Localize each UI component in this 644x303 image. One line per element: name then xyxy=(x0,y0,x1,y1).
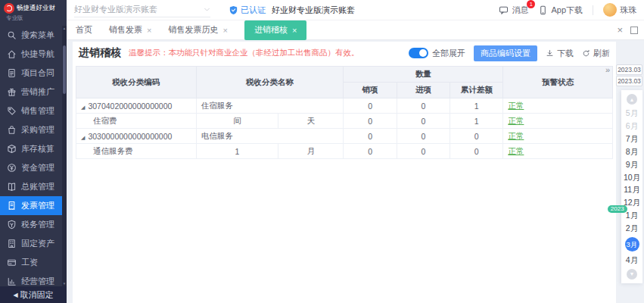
month-item[interactable]: 9月 xyxy=(626,161,638,169)
tab-sales-invoice[interactable]: 销售发票 × xyxy=(109,20,151,40)
month-label: 1月 xyxy=(626,211,638,220)
messages-button[interactable]: 消息 1 xyxy=(499,5,528,16)
app-download-button[interactable]: App下载 xyxy=(538,5,583,16)
close-icon[interactable]: × xyxy=(617,24,623,36)
sidebar-item-sales-mgmt[interactable]: 销售管理 xyxy=(0,102,62,120)
home-icon xyxy=(7,49,17,59)
warning-tip: 温馨提示：本功能只针对商业企业（非经过加工出售商品）有效。 xyxy=(129,48,359,58)
sidebar-item-funds-mgmt[interactable]: 资金管理 xyxy=(0,158,62,177)
col-header-status[interactable]: 预警状态 xyxy=(503,67,613,98)
sidebar: 畅捷通好业财 专业版 搜索菜单 快捷导航 项目合同 营销推广 销售管理 采购管理… xyxy=(0,0,67,303)
expand-all-label: 全部展开 xyxy=(432,48,465,59)
sidebar-item-business-mgmt[interactable]: 经营管理 xyxy=(0,272,62,286)
product-code-settings-button[interactable]: 商品编码设置 xyxy=(474,45,537,61)
sidebar-item-marketing[interactable]: 营销推广 xyxy=(0,83,62,102)
panel-collapse-icon[interactable]: » xyxy=(605,65,610,74)
message-bubble-icon xyxy=(499,5,509,15)
user-name: 珠珠 xyxy=(620,5,636,16)
sidebar-scrollbar[interactable]: ▲ ▼ xyxy=(62,26,67,286)
status-link[interactable]: 正常 xyxy=(508,116,524,125)
month-item[interactable]: 10月 xyxy=(624,173,640,182)
cum-diff-cell: 1 xyxy=(450,114,503,129)
cube-icon xyxy=(7,144,17,154)
month-picker-panel: ▲ 5月 6月 7月 8月 9月 10月 11月 12月 2023 1月 2月 … xyxy=(621,90,642,283)
tab-sales-invoice-history[interactable]: 销售发票历史 × xyxy=(168,20,227,40)
col-header-cum-diff[interactable]: 累计差额 xyxy=(450,83,503,98)
scroll-down-icon[interactable]: ▼ xyxy=(62,282,67,286)
building-icon xyxy=(7,239,17,248)
month-item[interactable]: 12月 xyxy=(624,198,640,207)
divider xyxy=(593,5,593,15)
months-scroll-up-button[interactable]: ▲ xyxy=(627,94,637,105)
col-header-tax-name[interactable]: 税收分类名称 xyxy=(196,67,344,98)
download-label: 下载 xyxy=(557,48,574,59)
tab-bar: 首页 销售发票 × 销售发票历史 × 进销稽核 × × xyxy=(67,20,644,40)
month-item-with-year[interactable]: 2023 1月 xyxy=(626,211,638,220)
period-to-input[interactable]: 2023.03 xyxy=(616,76,642,86)
sidebar-item-search-menu[interactable]: 搜索菜单 xyxy=(0,26,62,45)
close-icon[interactable]: × xyxy=(292,26,297,35)
col-header-quantity-group: 数量 xyxy=(344,67,503,83)
purchase-in-cell: 0 xyxy=(397,144,450,159)
sidebar-item-invoice-mgmt[interactable]: 发票管理 xyxy=(0,196,62,215)
app-download-label: App下载 xyxy=(551,5,583,16)
sidebar-item-quick-nav[interactable]: 快捷导航 xyxy=(0,45,62,64)
expand-all-toggle[interactable] xyxy=(409,48,428,58)
user-menu[interactable]: 珠珠 xyxy=(603,3,636,17)
scroll-up-icon[interactable]: ▲ xyxy=(62,27,67,30)
sidebar-item-payroll[interactable]: 工资 xyxy=(0,253,62,272)
table-row-child[interactable]: 住宿费 间 天 0 0 1 正常 xyxy=(76,114,613,129)
col-header-purchase-in[interactable]: 进项 xyxy=(397,83,450,98)
sidebar-item-general-ledger[interactable]: 总账管理 xyxy=(0,177,62,196)
tab-purchase-sales-audit[interactable]: 进销稽核 × xyxy=(244,20,306,40)
scrollbar-thumb[interactable] xyxy=(63,45,66,94)
avatar[interactable] xyxy=(603,3,617,17)
account-set-select[interactable]: 好业财专业版演示账套 xyxy=(74,2,210,17)
download-button[interactable]: 下载 xyxy=(546,48,574,59)
col-header-sales-out[interactable]: 销项 xyxy=(344,83,397,98)
phone-icon xyxy=(538,5,548,15)
col-header-tax-code[interactable]: 税收分类编码 xyxy=(76,67,197,98)
status-cell: 正常 xyxy=(503,114,613,129)
month-item[interactable]: 5月 xyxy=(626,109,638,117)
expander-icon[interactable]: ◢ xyxy=(81,135,85,140)
chart-icon xyxy=(7,276,17,286)
table-row-parent[interactable]: ◢3070402000000000000 住宿服务 0 0 1 正常 xyxy=(76,98,613,114)
refresh-button[interactable]: 刷新 xyxy=(582,48,610,59)
close-icon[interactable]: × xyxy=(222,26,227,35)
tag-icon xyxy=(7,106,17,116)
month-item[interactable]: 8月 xyxy=(626,148,638,156)
status-link[interactable]: 正常 xyxy=(508,131,524,140)
brand-name: 畅捷通好业财 xyxy=(17,4,55,13)
month-item[interactable]: 6月 xyxy=(626,122,638,130)
status-cell: 正常 xyxy=(503,129,613,144)
months-scroll-down-button[interactable]: ▼ xyxy=(627,269,637,280)
sidebar-item-purchase-mgmt[interactable]: 采购管理 xyxy=(0,120,62,139)
table-row-child[interactable]: 通信服务费 1 月 0 0 0 正常 xyxy=(76,144,613,159)
tab-home[interactable]: 首页 xyxy=(76,20,92,40)
tax-code: 3030000000000000000 xyxy=(88,132,172,141)
purchase-in-cell: 0 xyxy=(397,129,450,144)
search-icon xyxy=(7,30,17,40)
month-item[interactable]: 7月 xyxy=(626,135,638,143)
page-card: 进销稽核 温馨提示：本功能只针对商业企业（非经过加工出售商品）有效。 全部展开 … xyxy=(73,42,616,303)
sidebar-item-project-contract[interactable]: 项目合同 xyxy=(0,64,62,83)
month-item[interactable]: 11月 xyxy=(624,186,639,194)
expander-icon[interactable]: ◢ xyxy=(81,105,85,110)
status-link[interactable]: 正常 xyxy=(508,101,524,110)
fullscreen-icon[interactable] xyxy=(630,27,638,34)
period-from-input[interactable]: 2023.03 xyxy=(616,64,642,75)
sidebar-item-fixed-assets[interactable]: 固定资产 xyxy=(0,234,62,253)
sidebar-item-inventory-accounting[interactable]: 库存核算 xyxy=(0,139,62,158)
month-item-selected[interactable]: 3月 xyxy=(625,237,639,251)
month-item[interactable]: 2月 xyxy=(626,224,638,233)
status-link[interactable]: 正常 xyxy=(508,146,524,155)
month-item[interactable]: 4月 xyxy=(626,256,638,264)
unit1-cell: 1 xyxy=(196,144,278,159)
close-icon[interactable]: × xyxy=(147,26,151,35)
brand-logo-icon xyxy=(4,3,14,14)
unpin-sidebar-button[interactable]: ◀ 取消固定 xyxy=(0,286,67,303)
certified-badge[interactable]: 已认证 xyxy=(229,5,266,16)
sidebar-item-tax-mgmt[interactable]: 税务管理 xyxy=(0,215,62,234)
table-row-parent[interactable]: ◢3030000000000000000 电信服务 0 0 0 正常 xyxy=(76,129,613,144)
